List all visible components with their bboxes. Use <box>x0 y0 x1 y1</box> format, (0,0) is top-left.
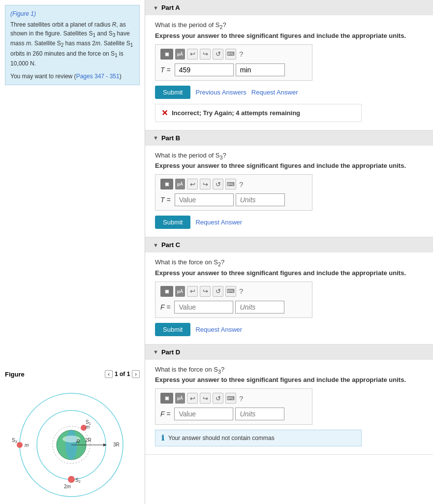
grid-icon[interactable]: ▣ <box>160 49 173 60</box>
svg-text:2R: 2R <box>85 438 92 443</box>
part-a-error-text: Incorrect; Try Again; 4 attempts remaini… <box>172 109 300 117</box>
grid-icon-d[interactable]: ▣ <box>160 393 173 404</box>
figure-nav-label: 1 of 1 <box>115 371 130 378</box>
part-b-instructions: Express your answer to three significant… <box>155 162 423 169</box>
part-b-header: ▼ Part B <box>145 130 433 146</box>
help-btn-d[interactable]: ? <box>239 394 243 403</box>
part-a-label: Part A <box>161 4 180 11</box>
part-c-action-row: Submit Request Answer <box>155 323 423 336</box>
mua-icon-c[interactable]: μÅ <box>175 286 185 297</box>
part-d-answer-box: ▣ μÅ ↩ ↪ ↺ ⌨ ? F = <box>155 388 312 425</box>
part-a-section: ▼ Part A What is the period of S2? Expre… <box>145 0 433 130</box>
part-a-question: What is the period of S2? <box>155 21 423 30</box>
left-panel: (Figure 1) Three satellites orbit a plan… <box>0 0 145 504</box>
part-c-answer-box: ▣ μÅ ↩ ↪ ↺ ⌨ ? F = <box>155 282 312 318</box>
part-d-info-notice: ℹ Your answer should not contain commas <box>155 430 362 446</box>
undo-btn-c[interactable]: ↩ <box>187 286 198 297</box>
undo-btn[interactable]: ↩ <box>187 49 198 60</box>
part-b-question: What is the period of S3? <box>155 152 423 160</box>
part-d-collapse-icon[interactable]: ▼ <box>153 349 158 355</box>
part-c-submit-btn[interactable]: Submit <box>155 323 190 336</box>
part-a-input-row: T = <box>160 63 307 76</box>
part-b-section: ▼ Part B What is the period of S3? Expre… <box>145 130 433 238</box>
keyboard-btn-b[interactable]: ⌨ <box>225 179 236 189</box>
grid-icon-b[interactable]: ▣ <box>160 179 173 189</box>
undo-btn-d[interactable]: ↩ <box>187 393 198 404</box>
part-a-body: What is the period of S2? Express your a… <box>145 15 433 130</box>
help-btn-b[interactable]: ? <box>239 180 243 189</box>
part-c-body: What is the force on S2? Express your an… <box>145 252 433 344</box>
keyboard-btn-d[interactable]: ⌨ <box>225 393 236 404</box>
part-b-units-input[interactable] <box>236 193 285 206</box>
part-c-value-input[interactable] <box>174 301 233 314</box>
mua-icon-d[interactable]: μÅ <box>175 393 185 404</box>
figure-next-btn[interactable]: › <box>132 370 140 378</box>
figure-nav[interactable]: ‹ 1 of 1 › <box>105 370 140 378</box>
reset-btn[interactable]: ↺ <box>213 49 223 60</box>
part-a-units-input[interactable] <box>236 63 285 76</box>
part-c-collapse-icon[interactable]: ▼ <box>153 242 158 248</box>
keyboard-btn-c[interactable]: ⌨ <box>225 286 236 297</box>
part-b-toolbar: ▣ μÅ ↩ ↪ ↺ ⌨ ? <box>160 179 307 189</box>
part-d-units-input[interactable] <box>235 408 284 420</box>
part-a-error-box: ✕ Incorrect; Try Again; 4 attempts remai… <box>155 104 362 122</box>
part-c-instructions: Express your answer to three significant… <box>155 269 423 277</box>
help-btn[interactable]: ? <box>239 50 243 58</box>
part-b-answer-box: ▣ μÅ ↩ ↪ ↺ ⌨ ? T = <box>155 174 312 211</box>
part-c-units-input[interactable] <box>235 301 284 314</box>
svg-text:m: m <box>25 442 29 448</box>
reset-btn-c[interactable]: ↺ <box>213 286 223 297</box>
part-a-prev-answers-link[interactable]: Previous Answers <box>195 89 246 96</box>
part-b-input-row: T = <box>160 193 307 206</box>
part-b-eq-label: T = <box>160 196 171 204</box>
mua-icon-b[interactable]: μÅ <box>175 179 185 189</box>
part-b-value-input[interactable] <box>175 193 234 206</box>
review-text[interactable]: You may want to review (Pages 347 - 351) <box>10 72 134 81</box>
part-b-request-answer-link[interactable]: Request Answer <box>195 219 242 226</box>
part-d-input-row: F = <box>160 408 307 420</box>
svg-text:m: m <box>86 424 90 430</box>
info-box: (Figure 1) Three satellites orbit a plan… <box>5 5 140 85</box>
keyboard-btn[interactable]: ⌨ <box>225 49 236 60</box>
part-d-value-input[interactable] <box>174 408 233 420</box>
part-d-body: What is the force on S3? Express your an… <box>145 360 433 455</box>
part-b-collapse-icon[interactable]: ▼ <box>153 135 158 141</box>
redo-btn-c[interactable]: ↪ <box>200 286 211 297</box>
part-d-question: What is the force on S3? <box>155 366 423 375</box>
figure-section: Figure ‹ 1 of 1 › <box>5 370 140 499</box>
part-a-value-input[interactable] <box>175 63 234 76</box>
part-a-request-answer-link[interactable]: Request Answer <box>251 89 298 96</box>
part-c-question: What is the force on S2? <box>155 258 423 267</box>
part-c-label: Part C <box>161 241 180 249</box>
grid-icon-c[interactable]: ▣ <box>160 286 173 297</box>
undo-btn-b[interactable]: ↩ <box>187 179 198 189</box>
figure-prev-btn[interactable]: ‹ <box>105 370 113 378</box>
part-a-collapse-icon[interactable]: ▼ <box>153 5 158 11</box>
part-a-submit-btn[interactable]: Submit <box>155 86 190 99</box>
part-d-instructions: Express your answer to three significant… <box>155 376 423 383</box>
svg-text:S3: S3 <box>12 438 17 443</box>
reset-btn-b[interactable]: ↺ <box>213 179 223 189</box>
part-d-toolbar: ▣ μÅ ↩ ↪ ↺ ⌨ ? <box>160 393 307 404</box>
part-d-info-text: Your answer should not contain commas <box>168 435 275 441</box>
redo-btn[interactable]: ↪ <box>200 49 211 60</box>
figure-header: Figure ‹ 1 of 1 › <box>5 370 140 378</box>
right-panel: ▼ Part A What is the period of S2? Expre… <box>145 0 433 504</box>
redo-btn-b[interactable]: ↪ <box>200 179 211 189</box>
description-text: Three satellites orbit a planet of radiu… <box>10 20 134 68</box>
svg-text:3R: 3R <box>113 442 120 447</box>
part-b-submit-btn[interactable]: Submit <box>155 216 190 229</box>
redo-btn-d[interactable]: ↪ <box>200 393 211 404</box>
reset-btn-d[interactable]: ↺ <box>213 393 223 404</box>
part-c-request-answer-link[interactable]: Request Answer <box>195 326 242 333</box>
part-d-label: Part D <box>161 348 180 356</box>
error-icon: ✕ <box>161 108 168 118</box>
part-c-toolbar: ▣ μÅ ↩ ↪ ↺ ⌨ ? <box>160 286 307 297</box>
part-c-header: ▼ Part C <box>145 237 433 252</box>
part-a-action-row: Submit Previous Answers Request Answer <box>155 86 423 99</box>
part-b-body: What is the period of S3? Express your a… <box>145 146 433 237</box>
part-c-section: ▼ Part C What is the force on S2? Expres… <box>145 237 433 345</box>
part-a-instructions: Express your answer to three significant… <box>155 32 423 39</box>
mua-icon[interactable]: μÅ <box>175 49 185 60</box>
help-btn-c[interactable]: ? <box>239 287 243 295</box>
